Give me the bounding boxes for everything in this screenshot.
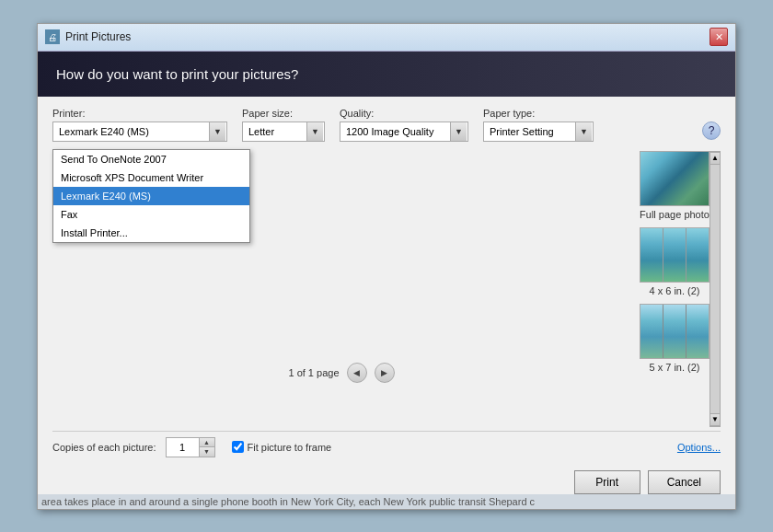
thumbnail-scrollbar[interactable]: ▲ ▼ bbox=[710, 151, 721, 427]
scrollbar-up-button[interactable]: ▲ bbox=[710, 152, 721, 165]
paper-size-label: Paper size: bbox=[242, 108, 325, 119]
printer-dropdown-container: Send To OneNote 2007 Microsoft XPS Docum… bbox=[52, 121, 227, 142]
printer-icon: 🖨 bbox=[45, 29, 60, 44]
close-button[interactable]: ✕ bbox=[710, 28, 728, 46]
thumb-strip-6 bbox=[686, 305, 709, 358]
right-panel-container: Full page photo 4 x 6 in. (2) bbox=[640, 151, 721, 427]
options-link[interactable]: Options... bbox=[677, 442, 721, 453]
thumbnail-label-full: Full page photo bbox=[640, 209, 710, 220]
thumbnail-img-5x7[interactable] bbox=[640, 304, 710, 359]
thumb-strip-2 bbox=[663, 228, 686, 282]
paper-type-label: Paper type: bbox=[483, 108, 594, 119]
prev-page-button[interactable]: ◀ bbox=[347, 363, 367, 383]
action-row: Print Cancel bbox=[52, 463, 721, 498]
dropdown-item-install[interactable]: Install Printer... bbox=[53, 224, 249, 242]
dropdown-item-xps[interactable]: Microsoft XPS Document Writer bbox=[53, 168, 249, 187]
copies-input[interactable] bbox=[167, 438, 200, 457]
thumbnail-img-4x6[interactable] bbox=[640, 227, 710, 283]
scrollbar-track bbox=[710, 165, 720, 413]
bottom-row: Copies of each picture: ▲ ▼ Fit picture … bbox=[52, 431, 721, 463]
header-question: How do you want to print your pictures? bbox=[56, 66, 298, 82]
thumbnail-full-page: Full page photo bbox=[640, 151, 710, 220]
paper-size-group: Paper size: Letter A4 4x6 5x7 ▼ bbox=[242, 108, 325, 142]
paper-size-dropdown-container: Letter A4 4x6 5x7 ▼ bbox=[242, 121, 325, 142]
print-dialog: 🖨 Print Pictures ✕ How do you want to pr… bbox=[37, 23, 736, 510]
printer-label: Printer: bbox=[52, 108, 227, 119]
quality-select[interactable]: 600 dpi 1200 Image Quality Fast Draft bbox=[340, 121, 468, 142]
window-title: Print Pictures bbox=[65, 30, 131, 43]
quality-dropdown-container: 600 dpi 1200 Image Quality Fast Draft ▼ bbox=[340, 121, 468, 142]
spinner-up-button[interactable]: ▲ bbox=[200, 438, 214, 447]
thumbnails-column: Full page photo 4 x 6 in. (2) bbox=[640, 151, 710, 427]
next-page-button[interactable]: ▶ bbox=[375, 363, 395, 383]
header-banner: How do you want to print your pictures? bbox=[38, 52, 735, 97]
title-bar-left: 🖨 Print Pictures bbox=[45, 29, 131, 44]
copies-spinner: ▲ ▼ bbox=[166, 437, 215, 457]
left-panel: Send To OneNote 2007 Microsoft XPS Docum… bbox=[52, 151, 630, 427]
paper-size-select[interactable]: Letter A4 4x6 5x7 bbox=[242, 121, 325, 142]
title-bar: 🖨 Print Pictures ✕ bbox=[38, 24, 735, 52]
thumb-strip-5 bbox=[663, 305, 686, 358]
pagination-text: 1 of 1 page bbox=[288, 367, 339, 378]
paper-type-select[interactable]: Printer Setting Plain Paper Photo Paper bbox=[483, 121, 594, 142]
dropdown-item-lexmark[interactable]: Lexmark E240 (MS) bbox=[53, 187, 249, 205]
fit-picture-checkbox[interactable] bbox=[232, 441, 244, 453]
thumb-strip-1 bbox=[640, 228, 663, 282]
quality-label: Quality: bbox=[340, 108, 468, 119]
fit-picture-group: Fit picture to frame bbox=[232, 441, 332, 453]
printer-group: Printer: Send To OneNote 2007 Microsoft … bbox=[52, 108, 227, 142]
thumbnail-label-4x6: 4 x 6 in. (2) bbox=[649, 285, 699, 296]
cancel-button[interactable]: Cancel bbox=[648, 470, 721, 494]
spinner-arrows: ▲ ▼ bbox=[200, 438, 214, 457]
help-icon[interactable]: ? bbox=[702, 121, 721, 140]
printer-select[interactable]: Send To OneNote 2007 Microsoft XPS Docum… bbox=[52, 121, 227, 142]
print-button[interactable]: Print bbox=[574, 470, 640, 494]
thumb-strip-4 bbox=[640, 305, 663, 358]
paper-type-dropdown-container: Printer Setting Plain Paper Photo Paper … bbox=[483, 121, 594, 142]
printer-dropdown-open: Send To OneNote 2007 Microsoft XPS Docum… bbox=[52, 149, 250, 243]
dropdown-item-onenote[interactable]: Send To OneNote 2007 bbox=[53, 150, 249, 168]
thumbnail-4x6: 4 x 6 in. (2) bbox=[640, 227, 710, 296]
paper-type-group: Paper type: Printer Setting Plain Paper … bbox=[483, 108, 594, 142]
background-text: area takes place in and around a single … bbox=[38, 494, 735, 509]
copies-label: Copies of each picture: bbox=[52, 442, 156, 453]
thumbnail-img-full[interactable] bbox=[640, 151, 710, 206]
dropdown-item-fax[interactable]: Fax bbox=[53, 205, 249, 224]
pagination-row: 1 of 1 page ◀ ▶ bbox=[52, 353, 630, 392]
quality-group: Quality: 600 dpi 1200 Image Quality Fast… bbox=[340, 108, 468, 142]
thumbnail-5x7: 5 x 7 in. (2) bbox=[640, 304, 710, 373]
thumb-strip-3 bbox=[686, 228, 709, 282]
scrollbar-down-button[interactable]: ▼ bbox=[710, 413, 721, 426]
main-content: Printer: Send To OneNote 2007 Microsoft … bbox=[38, 97, 735, 509]
controls-row: Printer: Send To OneNote 2007 Microsoft … bbox=[52, 108, 721, 142]
fit-picture-label: Fit picture to frame bbox=[248, 442, 332, 453]
thumbnail-label-5x7: 5 x 7 in. (2) bbox=[649, 362, 699, 373]
spinner-down-button[interactable]: ▼ bbox=[200, 447, 214, 457]
body-section: Send To OneNote 2007 Microsoft XPS Docum… bbox=[52, 151, 721, 427]
